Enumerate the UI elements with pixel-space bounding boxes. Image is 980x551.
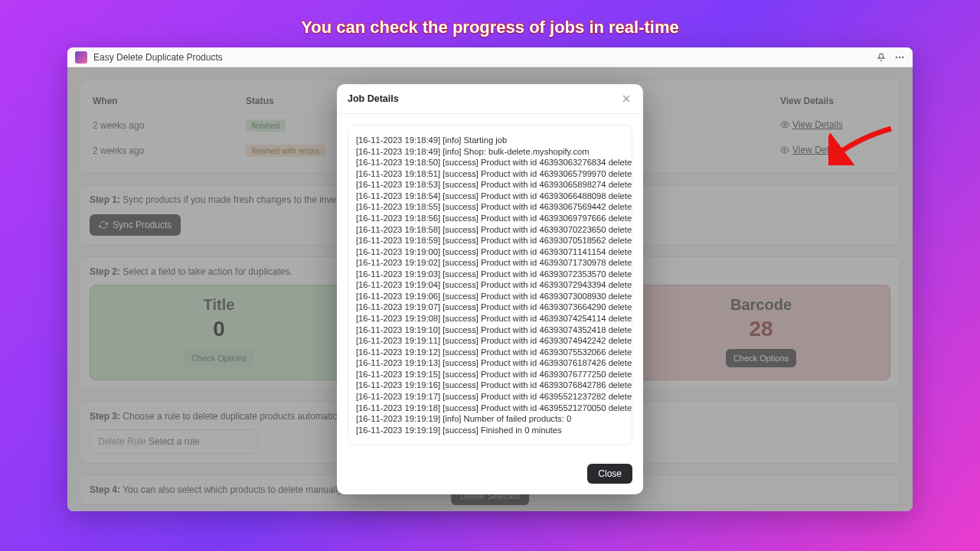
promo-banner: You can check the progress of jobs in re… bbox=[0, 18, 980, 37]
log-line: [16-11-2023 19:19:08] [success] Product … bbox=[356, 313, 624, 324]
callout-arrow-icon bbox=[828, 122, 897, 165]
close-button[interactable]: Close bbox=[587, 464, 632, 484]
log-line: [16-11-2023 19:19:19] [success] Finished… bbox=[356, 425, 624, 436]
modal-header: Job Details bbox=[337, 84, 643, 114]
log-line: [16-11-2023 19:19:17] [success] Product … bbox=[356, 391, 624, 403]
log-line: [16-11-2023 19:19:16] [success] Product … bbox=[356, 380, 624, 391]
log-line: [16-11-2023 19:18:53] [success] Product … bbox=[356, 179, 624, 191]
modal-footer: Close bbox=[337, 456, 643, 494]
log-line: [16-11-2023 19:18:58] [success] Product … bbox=[356, 224, 624, 236]
svg-point-0 bbox=[896, 56, 897, 57]
log-line: [16-11-2023 19:19:15] [success] Product … bbox=[356, 369, 624, 380]
log-line: [16-11-2023 19:19:19] [info] Number of f… bbox=[356, 413, 624, 425]
svg-point-2 bbox=[902, 56, 903, 57]
log-line: [16-11-2023 19:18:56] [success] Product … bbox=[356, 213, 624, 224]
pin-icon[interactable] bbox=[876, 52, 887, 63]
log-line: [16-11-2023 19:18:59] [success] Product … bbox=[356, 235, 624, 246]
log-line: [16-11-2023 19:18:55] [success] Product … bbox=[356, 201, 624, 213]
log-line: [16-11-2023 19:19:06] [success] Product … bbox=[356, 291, 624, 302]
job-details-modal: Job Details [16-11-2023 19:18:49] [info]… bbox=[337, 84, 643, 494]
log-line: [16-11-2023 19:18:49] [info] Starting jo… bbox=[356, 135, 624, 146]
log-line: [16-11-2023 19:19:02] [success] Product … bbox=[356, 257, 624, 269]
log-line: [16-11-2023 19:19:11] [success] Product … bbox=[356, 335, 624, 347]
log-line: [16-11-2023 19:19:13] [success] Product … bbox=[356, 357, 624, 369]
log-line: [16-11-2023 19:19:07] [success] Product … bbox=[356, 302, 624, 313]
modal-title: Job Details bbox=[348, 93, 399, 104]
log-line: [16-11-2023 19:18:50] [success] Product … bbox=[356, 157, 624, 168]
app-title: Easy Delete Duplicate Products bbox=[93, 52, 870, 63]
log-line: [16-11-2023 19:19:10] [success] Product … bbox=[356, 324, 624, 336]
svg-point-1 bbox=[899, 56, 900, 57]
log-line: [16-11-2023 19:19:04] [success] Product … bbox=[356, 279, 624, 291]
titlebar: Easy Delete Duplicate Products bbox=[67, 47, 913, 67]
log-line: [16-11-2023 19:18:54] [success] Product … bbox=[356, 191, 624, 202]
log-line: [16-11-2023 19:19:03] [success] Product … bbox=[356, 269, 624, 280]
log-output[interactable]: [16-11-2023 19:18:49] [info] Starting jo… bbox=[348, 125, 632, 445]
modal-body: [16-11-2023 19:18:49] [info] Starting jo… bbox=[337, 114, 643, 456]
more-icon[interactable] bbox=[894, 52, 905, 63]
app-icon bbox=[75, 51, 87, 64]
log-line: [16-11-2023 19:19:18] [success] Product … bbox=[356, 403, 624, 414]
log-line: [16-11-2023 19:19:12] [success] Product … bbox=[356, 347, 624, 358]
log-line: [16-11-2023 19:19:00] [success] Product … bbox=[356, 246, 624, 258]
close-icon[interactable] bbox=[620, 93, 632, 105]
log-line: [16-11-2023 19:18:49] [info] Shop: bulk-… bbox=[356, 146, 624, 158]
log-line: [16-11-2023 19:18:51] [success] Product … bbox=[356, 168, 624, 180]
